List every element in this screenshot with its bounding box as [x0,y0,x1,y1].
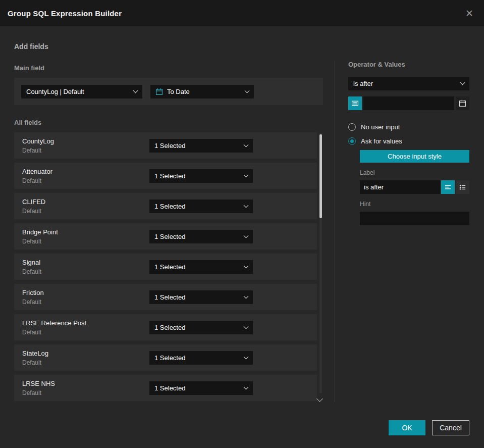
input-mode-radios: No user input Ask for values [348,123,469,145]
field-row: LRSE NHS Default 1 Selected [14,375,317,401]
calendar-icon [155,88,163,95]
field-selected-value: 1 Selected [154,263,240,271]
single-line-style-button[interactable] [441,180,455,194]
chevron-down-icon [244,172,249,177]
field-name: Bridge Point [22,228,149,236]
radio-no-user-input-label: No user input [361,123,400,131]
radio-selected-icon [348,137,356,145]
chevron-down-icon [244,354,249,359]
field-info: Attenuator Default [22,168,149,184]
field-name: CLIFED [22,198,149,206]
all-fields-label: All fields [14,119,323,126]
operator-select-value: is after [353,80,457,87]
hint-input[interactable] [360,212,469,225]
field-default-label: Default [22,359,149,366]
label-input[interactable] [360,180,440,194]
field-selected-value: 1 Selected [154,142,240,150]
chevron-down-icon [244,233,249,238]
field-name: LRSE Reference Post [22,319,149,327]
vertical-divider [335,61,335,402]
field-selected-dropdown[interactable]: 1 Selected [149,321,253,334]
field-selected-dropdown[interactable]: 1 Selected [149,230,253,243]
field-name: Friction [22,289,149,296]
field-row: Attenuator Default 1 Selected [14,163,317,189]
calendar-icon [459,99,466,107]
list-style-button[interactable] [456,180,469,194]
main-field-label: Main field [14,64,323,72]
scrollbar-thumb[interactable] [319,134,322,218]
list-input-icon [459,183,466,191]
chevron-down-icon [460,80,465,85]
field-default-label: Default [22,329,149,336]
chevron-down-icon [244,293,249,298]
field-row: Bridge Point Default 1 Selected [14,223,317,250]
operator-values-section: Operator & Values is after No user inpu [348,61,469,225]
field-name: LRSE NHS [22,380,149,387]
operator-select[interactable]: is after [348,77,469,90]
close-icon[interactable]: ✕ [462,6,476,20]
field-name: Signal [22,259,149,266]
main-field-select[interactable]: CountyLog | Default [21,85,142,98]
chevron-down-icon [244,324,249,329]
field-selected-dropdown[interactable]: 1 Selected [149,260,253,274]
field-row: StateLog Default 1 Selected [14,344,317,371]
main-field-date-select[interactable]: To Date [150,85,254,98]
field-info: LRSE NHS Default [22,380,149,396]
field-default-label: Default [22,298,149,306]
scrollbar-track[interactable] [319,133,322,393]
field-selected-value: 1 Selected [154,172,240,180]
radio-circle-icon [348,123,356,131]
field-selected-value: 1 Selected [154,384,240,392]
field-default-label: Default [22,268,149,275]
calendar-button[interactable] [456,96,469,110]
hint-label: Hint [360,201,469,208]
field-selected-dropdown[interactable]: 1 Selected [149,200,253,213]
choose-input-style-button[interactable]: Choose input style [360,150,469,163]
field-selected-value: 1 Selected [154,203,240,210]
field-default-label: Default [22,389,149,396]
align-left-icon [444,183,452,191]
field-row: LRSE Reference Post Default 1 Selected [14,314,317,340]
field-value-button[interactable] [348,96,362,110]
field-selected-dropdown[interactable]: 1 Selected [149,290,253,304]
field-info: StateLog Default [22,350,149,366]
radio-no-user-input[interactable]: No user input [348,123,469,131]
chevron-down-icon [245,88,250,93]
ok-button[interactable]: OK [389,420,425,435]
add-fields-heading: Add fields [14,42,323,51]
field-name: Attenuator [22,168,149,175]
chevron-down-icon [244,263,249,268]
field-selected-dropdown[interactable]: 1 Selected [149,381,253,395]
dialog-title: Group SQL Expression Builder [8,9,122,18]
field-default-label: Default [22,208,149,215]
add-fields-section: Add fields Main field CountyLog | Defaul… [14,42,323,405]
label-row [360,180,469,194]
main-field-select-value: CountyLog | Default [26,88,130,95]
field-row: CLIFED Default 1 Selected [14,193,317,219]
field-info: Signal Default [22,259,149,275]
field-selected-dropdown[interactable]: 1 Selected [149,139,253,153]
cancel-button[interactable]: Cancel [432,420,469,435]
chevron-down-icon [244,384,249,389]
date-select-value: To Date [167,88,241,95]
radio-ask-for-values[interactable]: Ask for values [348,137,469,145]
field-selected-value: 1 Selected [154,233,240,240]
operator-values-heading: Operator & Values [348,61,469,68]
field-name: CountyLog [22,137,149,145]
field-selected-value: 1 Selected [154,354,240,362]
field-selected-dropdown[interactable]: 1 Selected [149,169,253,183]
ask-for-values-options: Choose input style Label [360,150,469,225]
field-name: StateLog [22,350,149,357]
field-info: Friction Default [22,289,149,306]
field-default-label: Default [22,238,149,245]
field-default-label: Default [22,147,149,154]
field-default-label: Default [22,177,149,184]
field-row: Signal Default 1 Selected [14,254,317,280]
field-selected-value: 1 Selected [154,324,240,331]
value-input[interactable] [363,96,454,110]
label-label: Label [360,169,469,176]
field-selected-value: 1 Selected [154,293,240,301]
field-info: CLIFED Default [22,198,149,215]
field-info: LRSE Reference Post Default [22,319,149,336]
field-selected-dropdown[interactable]: 1 Selected [149,351,253,365]
